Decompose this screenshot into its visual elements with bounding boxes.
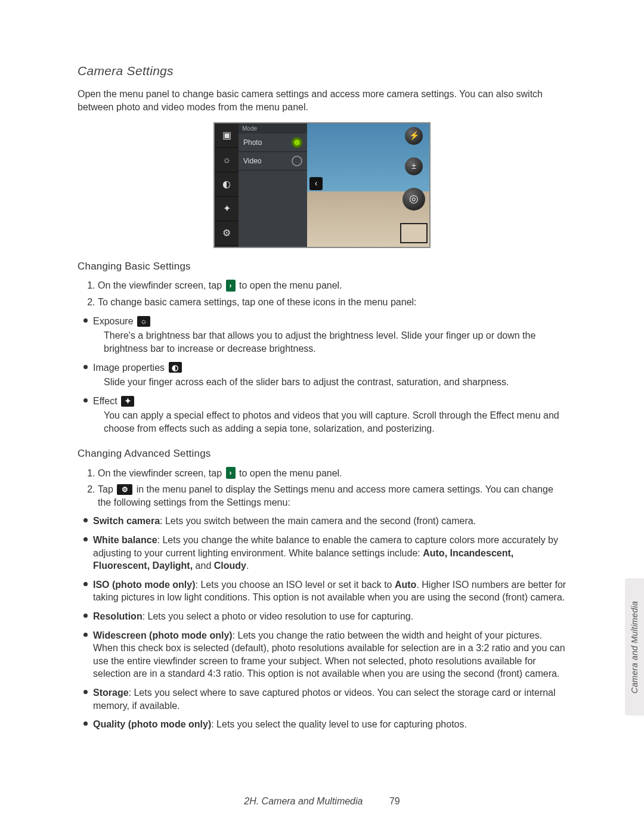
settings-gear-icon: ⚙ [215,221,239,246]
mode-header: Mode [239,123,307,134]
item-label: ISO (photo mode only) [93,580,196,590]
advanced-bullets: Switch camera: Lets you switch between t… [78,515,566,730]
quality-item: Quality (photo mode only): Lets you sele… [83,718,566,731]
camera-app-screenshot: ▣ ☼ ◐ ✦ ⚙ Mode Photo Video ‹ [213,122,431,248]
brightness-sun-icon: ☼ [137,316,150,327]
settings-gear-icon: ⚙ [117,484,132,495]
step-text: to open the menu panel. [239,468,342,478]
mode-video-label: Video [243,156,261,166]
camera-icon: ▣ [215,123,239,148]
item-desc: You can apply a special effect to photos… [104,409,566,435]
effect-wand-icon: ✦ [121,396,134,407]
item-options: Cloudy [214,561,246,571]
step-text: On the viewfinder screen, tap [98,280,222,290]
item-label: White balance [93,535,157,545]
item-text: : Lets you switch between the main camer… [160,516,476,526]
item-label: Widescreen (photo mode only) [93,630,233,640]
item-label: Image properties [93,363,165,373]
item-label: Switch camera [93,516,160,526]
step-text: in the menu panel to display the Setting… [98,484,553,507]
basic-heading: Changing Basic Settings [78,260,566,274]
step-text: Tap [98,484,113,494]
footer-chapter: 2H. Camera and Multimedia [244,796,363,806]
advanced-steps: On the viewfinder screen, tap › to open … [78,467,566,509]
exposure-toggle-icon: ± [405,157,423,175]
item-text: and [193,561,214,571]
advanced-heading: Changing Advanced Settings [78,447,566,461]
widescreen-item: Widescreen (photo mode only): Lets you c… [83,629,566,680]
step-text: to open the menu panel. [239,280,342,290]
item-label: Resolution [93,611,143,621]
item-text: : Lets you select a photo or video resol… [143,611,414,621]
flash-icon: ⚡ [405,127,423,145]
shutter-button-icon: ◎ [402,188,425,210]
contrast-icon: ◐ [215,172,239,197]
contrast-circle-icon: ◐ [169,362,182,373]
advanced-step-1: On the viewfinder screen, tap › to open … [98,467,566,480]
open-panel-chevron-icon: › [226,280,236,292]
item-text: : Lets you select where to save captured… [93,688,556,711]
item-label: Effect [93,396,117,406]
mode-video-row: Video [239,152,307,171]
page-footer: 2H. Camera and Multimedia 79 [0,795,644,808]
item-text: : Lets you choose an ISO level or set it… [196,580,395,590]
intro-text: Open the menu panel to change basic came… [78,88,566,113]
radio-on-icon [292,137,302,148]
mode-panel: Mode Photo Video [239,123,307,247]
item-desc: Slide your finger across each of the sli… [104,376,566,389]
brightness-icon: ☼ [215,148,239,172]
viewfinder: ‹ ⚡ ± ◎ [307,123,429,247]
gallery-thumb-icon [400,223,428,243]
white-balance-item: White balance: Lets you change the white… [83,534,566,572]
basic-bullets: Exposure ☼ There's a brightness bar that… [78,315,566,435]
item-label: Quality (photo mode only) [93,719,211,729]
side-tab-label: Camera and Multimedia [629,601,640,693]
side-tab: Camera and Multimedia [625,578,644,716]
open-panel-chevron-icon: › [226,467,236,479]
screenshot-figure: ▣ ☼ ◐ ✦ ⚙ Mode Photo Video ‹ [78,122,566,248]
effect-item: Effect ✦ You can apply a special effect … [83,395,566,435]
manual-page: Camera Settings Open the menu panel to c… [0,0,644,773]
basic-steps: On the viewfinder screen, tap › to open … [78,279,566,308]
item-desc: There's a brightness bar that allows you… [104,329,566,355]
mode-photo-label: Photo [243,138,262,147]
basic-step-2: To change basic camera settings, tap one… [98,296,566,309]
item-label: Exposure [93,316,134,326]
section-title: Camera Settings [78,63,566,79]
resolution-item: Resolution: Lets you select a photo or v… [83,610,566,623]
item-label: Storage [93,688,129,698]
item-text: : Lets you select the quality level to u… [211,719,467,729]
right-control-rail: ⚡ ± ◎ [402,127,426,243]
basic-step-1: On the viewfinder screen, tap › to open … [98,279,566,292]
switch-camera-item: Switch camera: Lets you switch between t… [83,515,566,528]
collapse-chevron-icon: ‹ [309,177,323,190]
step-text: On the viewfinder screen, tap [98,468,222,478]
advanced-step-2: Tap ⚙ in the menu panel to display the S… [98,483,566,509]
footer-page-number: 79 [389,796,400,806]
storage-item: Storage: Lets you select where to save c… [83,686,566,712]
iso-item: ISO (photo mode only): Lets you choose a… [83,578,566,604]
left-icon-rail: ▣ ☼ ◐ ✦ ⚙ [215,123,239,247]
exposure-item: Exposure ☼ There's a brightness bar that… [83,315,566,355]
radio-off-icon [292,156,302,166]
mode-photo-row: Photo [239,134,307,152]
image-props-item: Image properties ◐ Slide your finger acr… [83,361,566,389]
effect-icon: ✦ [215,197,239,221]
item-options: Auto [395,580,416,590]
